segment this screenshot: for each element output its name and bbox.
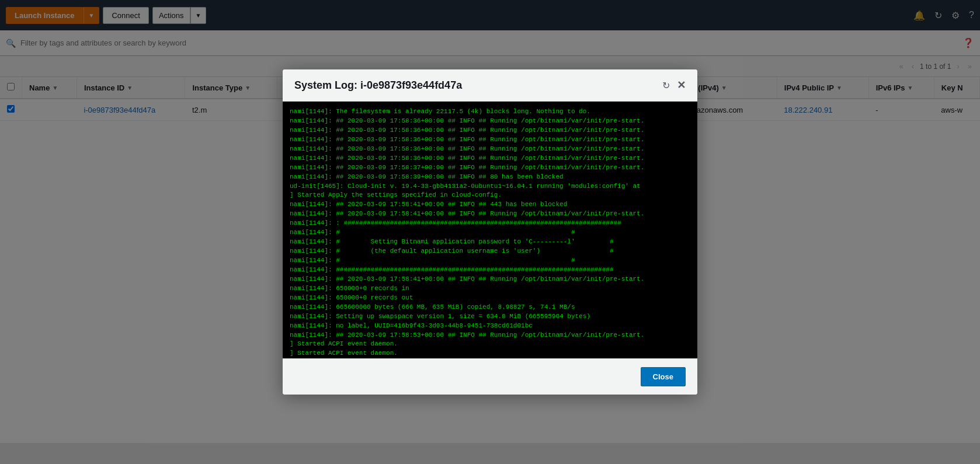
modal-close-icon[interactable]: ✕ bbox=[677, 79, 686, 92]
modal-refresh-icon[interactable]: ↻ bbox=[662, 80, 670, 91]
modal-header: System Log: i-0e9873f93e44fd47a ↻ ✕ bbox=[283, 69, 697, 102]
modal-header-actions: ↻ ✕ bbox=[662, 79, 686, 92]
modal-title: System Log: i-0e9873f93e44fd47a bbox=[294, 79, 462, 92]
modal-overlay: System Log: i-0e9873f93e44fd47a ↻ ✕ nami… bbox=[0, 0, 980, 464]
modal-footer: Close bbox=[283, 358, 697, 395]
close-modal-button[interactable]: Close bbox=[641, 367, 686, 386]
system-log-modal: System Log: i-0e9873f93e44fd47a ↻ ✕ nami… bbox=[283, 69, 697, 395]
terminal-log[interactable]: nami[1144]: The filesystem is already 22… bbox=[283, 102, 697, 358]
